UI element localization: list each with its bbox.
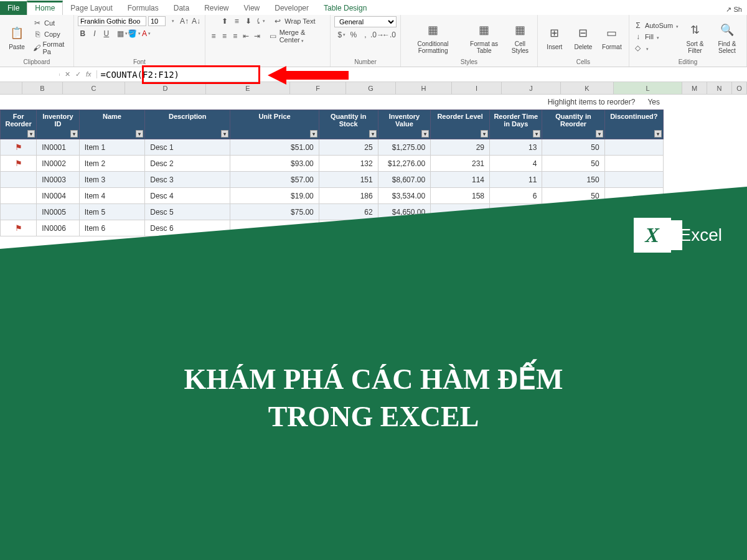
cell-flag[interactable] — [1, 188, 37, 204]
col-header[interactable] — [0, 82, 22, 94]
paste-button[interactable]: 📋 Paste — [4, 23, 30, 50]
cell-price[interactable]: $75.00 — [230, 204, 319, 220]
align-left-icon[interactable]: ≡ — [209, 31, 218, 41]
align-bottom-icon[interactable]: ⬇ — [243, 16, 253, 26]
cancel-formula-icon[interactable]: ✕ — [65, 70, 70, 78]
cell-qty[interactable]: 151 — [319, 172, 378, 188]
align-top-icon[interactable]: ⬆ — [220, 16, 230, 26]
formula-input[interactable]: =COUNTA(F2:F12) — [97, 68, 747, 81]
cell-rlvl[interactable]: 29 — [431, 139, 490, 156]
align-center-icon[interactable]: ≡ — [220, 31, 228, 41]
number-format-select[interactable]: General — [334, 16, 397, 27]
cell-value[interactable]: $12,276.00 — [378, 156, 430, 172]
cell-name[interactable]: Item 2 — [79, 156, 144, 172]
cell-name[interactable]: Item 3 — [79, 172, 144, 188]
col-header[interactable]: L — [614, 82, 682, 94]
increase-font-icon[interactable]: A↑ — [179, 16, 189, 26]
col-header[interactable]: O — [732, 82, 747, 94]
th-qty-stock[interactable]: Quantity in Stock▾ — [319, 110, 378, 139]
orientation-icon[interactable]: ⤹ — [255, 16, 265, 26]
filter-icon[interactable]: ▾ — [596, 130, 603, 138]
font-color-button[interactable]: A — [141, 29, 151, 39]
tab-developer[interactable]: Developer — [267, 1, 316, 15]
clear-button[interactable]: ◇ — [633, 43, 679, 53]
cell-id[interactable]: IN0001 — [37, 139, 80, 156]
cell-desc[interactable]: Desc 2 — [145, 156, 230, 172]
cell-flag[interactable]: ⚑ — [1, 156, 37, 172]
cell-rdays[interactable]: 4 — [490, 156, 542, 172]
cell-name[interactable]: Item 4 — [79, 188, 144, 204]
underline-button[interactable]: U — [101, 29, 111, 39]
cell-price[interactable]: $57.00 — [230, 172, 319, 188]
tab-data[interactable]: Data — [166, 1, 197, 15]
filter-icon[interactable]: ▾ — [70, 130, 78, 138]
cell-desc[interactable]: Desc 5 — [145, 204, 230, 220]
cell-disc[interactable] — [604, 172, 663, 188]
cell-rqty[interactable]: 50 — [542, 139, 604, 156]
th-reorder-level[interactable]: Reorder Level▾ — [431, 110, 490, 139]
cell-id[interactable]: IN0004 — [37, 188, 80, 204]
col-header[interactable]: K — [561, 82, 614, 94]
col-header[interactable]: C — [63, 82, 125, 94]
cell-rdays[interactable]: 6 — [490, 188, 542, 204]
cell-rqty[interactable]: 50 — [542, 156, 604, 172]
col-header[interactable]: H — [396, 82, 452, 94]
cell-rlvl[interactable]: 158 — [431, 188, 490, 204]
wrap-text-button[interactable]: Wrap Text — [284, 17, 315, 25]
cell-name[interactable]: Item 1 — [79, 139, 144, 156]
col-header[interactable]: B — [22, 82, 63, 94]
cell-value[interactable]: $8,607.00 — [378, 172, 430, 188]
share-button[interactable]: ↗ Sh — [723, 4, 745, 15]
filter-icon[interactable]: ▾ — [310, 130, 317, 138]
filter-icon[interactable]: ▾ — [421, 130, 429, 138]
comma-icon[interactable]: , — [360, 30, 370, 40]
tab-formulas[interactable]: Formulas — [120, 1, 166, 15]
fill-button[interactable]: ↓Fill — [633, 32, 679, 42]
name-box[interactable] — [0, 73, 60, 76]
tab-page-layout[interactable]: Page Layout — [63, 1, 120, 15]
cell-rqty[interactable]: 150 — [542, 172, 604, 188]
font-size-dropdown-icon[interactable] — [167, 16, 177, 26]
th-name[interactable]: Name▾ — [79, 110, 144, 139]
th-inventory-value[interactable]: Inventory Value▾ — [378, 110, 430, 139]
tab-review[interactable]: Review — [197, 1, 236, 15]
align-middle-icon[interactable]: ≡ — [232, 16, 242, 26]
cell-price[interactable]: $51.00 — [230, 139, 319, 156]
cell-value[interactable]: $3,534.00 — [378, 188, 430, 204]
fill-color-button[interactable]: 🪣 — [129, 29, 139, 39]
indent-decrease-icon[interactable]: ⇤ — [242, 31, 250, 41]
enter-formula-icon[interactable]: ✓ — [75, 70, 81, 78]
col-header[interactable]: J — [502, 82, 561, 94]
tab-home[interactable]: Home — [27, 1, 63, 15]
conditional-formatting-button[interactable]: ▦Conditional Formatting — [405, 20, 461, 54]
tab-table-design[interactable]: Table Design — [316, 1, 374, 15]
cell-name[interactable]: Item 5 — [79, 204, 144, 220]
currency-icon[interactable]: $ — [337, 30, 347, 40]
th-reorder-days[interactable]: Reorder Time in Days▾ — [490, 110, 542, 139]
cell-qty[interactable]: 62 — [319, 204, 378, 220]
format-cells-button[interactable]: ▭Format — [599, 23, 625, 50]
cell-qty[interactable]: 25 — [319, 139, 378, 156]
cell-desc[interactable]: Desc 3 — [145, 172, 230, 188]
fx-icon[interactable]: fx — [86, 70, 92, 78]
cell-value[interactable]: $1,275.00 — [378, 139, 430, 156]
decrease-decimal-icon[interactable]: ←.0 — [384, 30, 394, 40]
format-as-table-button[interactable]: ▦Format as Table — [464, 20, 504, 54]
merge-center-button[interactable]: Merge & Center — [280, 29, 326, 44]
font-name-input[interactable] — [78, 16, 146, 26]
th-qty-reorder[interactable]: Quantity in Reorder▾ — [542, 110, 604, 139]
cell-desc[interactable]: Desc 1 — [145, 139, 230, 156]
cell-id[interactable]: IN0005 — [37, 204, 80, 220]
increase-decimal-icon[interactable]: .0→ — [372, 30, 382, 40]
cell-disc[interactable] — [604, 156, 663, 172]
th-inventory-id[interactable]: Inventory ID▾ — [37, 110, 80, 139]
cell-disc[interactable] — [604, 139, 663, 156]
col-header[interactable]: M — [682, 82, 707, 94]
col-header[interactable]: I — [452, 82, 502, 94]
percent-icon[interactable]: % — [349, 30, 359, 40]
bold-button[interactable]: B — [78, 29, 88, 39]
th-description[interactable]: Description▾ — [145, 110, 230, 139]
format-painter-button[interactable]: 🖌Format Pa — [32, 40, 70, 55]
insert-cells-button[interactable]: ⊞Insert — [542, 23, 568, 50]
sort-filter-button[interactable]: ⇅Sort & Filter — [681, 20, 709, 54]
